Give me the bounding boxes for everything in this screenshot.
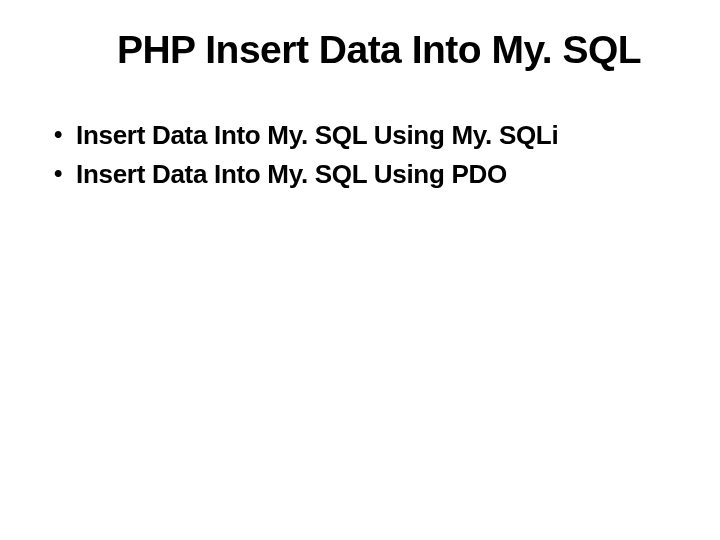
- slide-title: PHP Insert Data Into My. SQL: [30, 28, 690, 72]
- bullet-list: Insert Data Into My. SQL Using My. SQLi …: [30, 118, 690, 192]
- list-item: Insert Data Into My. SQL Using PDO: [54, 157, 690, 192]
- list-item: Insert Data Into My. SQL Using My. SQLi: [54, 118, 690, 153]
- slide-container: PHP Insert Data Into My. SQL Insert Data…: [0, 0, 720, 540]
